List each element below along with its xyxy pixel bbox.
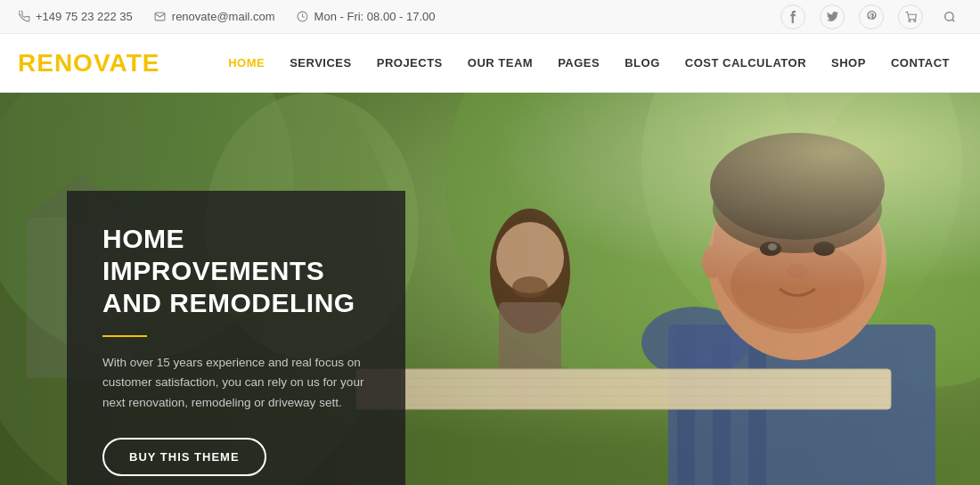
cart-icon[interactable] [898, 4, 923, 29]
hours-text: Mon - Fri: 08.00 - 17.00 [314, 10, 436, 23]
svg-point-2 [913, 20, 915, 21]
svg-line-4 [952, 19, 955, 21]
nav-item-our-team[interactable]: OUR TEAM [455, 34, 545, 93]
buy-theme-button[interactable]: BUY THIS THEME [102, 438, 266, 476]
facebook-icon[interactable] [780, 4, 805, 29]
hero-section: HOME IMPROVEMENTS AND REMODELING With ov… [0, 93, 980, 485]
nav-item-home[interactable]: HOME [216, 34, 277, 93]
nav-item-pages[interactable]: PAGES [545, 34, 612, 93]
svg-point-3 [945, 12, 953, 20]
twitter-icon[interactable] [820, 4, 845, 29]
hero-divider [102, 335, 147, 337]
nav-item-blog[interactable]: BLOG [612, 34, 673, 93]
phone-icon [18, 11, 30, 23]
email-text: renovate@mail.com [172, 10, 275, 23]
nav-item-services[interactable]: SERVICES [277, 34, 364, 93]
clock-icon [297, 11, 309, 23]
nav-item-projects[interactable]: PROJECTS [364, 34, 455, 93]
svg-point-1 [908, 20, 910, 21]
hours-item: Mon - Fri: 08.00 - 17.00 [297, 10, 436, 23]
nav-item-shop[interactable]: SHOP [819, 34, 878, 93]
top-bar-right [780, 4, 962, 29]
logo[interactable]: RENOVATE [18, 49, 159, 78]
phone-text: +149 75 23 222 35 [36, 10, 133, 23]
phone-item: +149 75 23 222 35 [18, 10, 133, 23]
hero-title: HOME IMPROVEMENTS AND REMODELING [102, 223, 370, 319]
nav-item-contact[interactable]: CONTACT [878, 34, 962, 93]
hero-content-box: HOME IMPROVEMENTS AND REMODELING With ov… [67, 191, 405, 485]
email-icon [154, 11, 167, 23]
search-icon[interactable] [937, 4, 962, 29]
email-item: renovate@mail.com [154, 10, 275, 23]
pinterest-icon[interactable] [859, 4, 884, 29]
top-bar: +149 75 23 222 35 renovate@mail.com Mon … [0, 0, 980, 34]
header: RENOVATE HOME SERVICES PROJECTS OUR TEAM… [0, 34, 980, 93]
hero-body-text: With over 15 years experience and real f… [102, 353, 370, 413]
nav: HOME SERVICES PROJECTS OUR TEAM PAGES BL… [216, 34, 962, 93]
top-bar-left: +149 75 23 222 35 renovate@mail.com Mon … [18, 10, 780, 23]
nav-item-cost-calculator[interactable]: COST CALCULATOR [673, 34, 819, 93]
